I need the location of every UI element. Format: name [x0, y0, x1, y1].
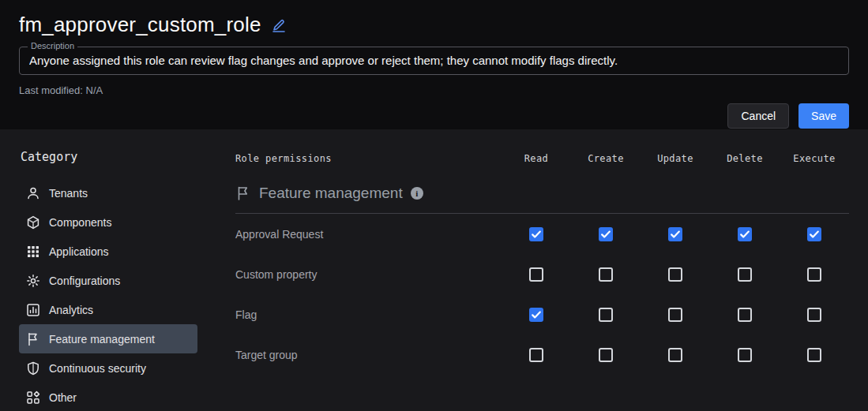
category-heading: Category — [21, 150, 197, 164]
section-title-row: Feature management i — [235, 185, 849, 202]
custom-property-read-checkbox[interactable] — [529, 267, 543, 282]
flag-icon — [26, 332, 40, 346]
flag-execute-checkbox[interactable] — [807, 308, 821, 322]
approval-request-create-checkbox[interactable] — [599, 227, 613, 241]
sidebar-item-feature-management[interactable]: Feature management — [19, 324, 197, 353]
permission-row-label: Flag — [235, 308, 502, 321]
column-header-delete: Delete — [710, 153, 780, 164]
flag-delete-checkbox[interactable] — [738, 308, 752, 322]
permission-cell — [710, 347, 780, 362]
permissions-header-row: Role permissions ReadCreateUpdateDeleteE… — [235, 153, 849, 164]
permission-cell — [502, 267, 571, 282]
column-header-update: Update — [641, 153, 710, 164]
gear-icon — [26, 274, 40, 288]
sidebar-item-other[interactable]: Other — [19, 383, 197, 411]
sidebar-item-label: Configurations — [49, 275, 120, 287]
permission-cell — [571, 347, 641, 362]
sidebar-item-label: Continuous security — [49, 362, 146, 375]
permission-cell — [571, 226, 641, 241]
category-list: TenantsComponentsApplicationsConfigurati… — [19, 178, 197, 411]
permission-cell — [780, 307, 849, 322]
permission-row-target-group: Target group — [235, 334, 849, 375]
permission-cell — [710, 307, 780, 322]
permission-cell — [641, 347, 710, 362]
person-icon — [26, 186, 40, 200]
target-group-create-checkbox[interactable] — [599, 348, 613, 362]
target-group-update-checkbox[interactable] — [668, 348, 682, 362]
cancel-button[interactable]: Cancel — [727, 103, 789, 129]
last-modified-text: Last modified: N/A — [19, 84, 849, 96]
flag-create-checkbox[interactable] — [599, 308, 613, 322]
permission-cell — [502, 226, 571, 241]
role-permissions-heading: Role permissions — [235, 153, 502, 164]
component-icon — [26, 215, 40, 230]
permission-row-flag: Flag — [235, 294, 849, 334]
custom-property-create-checkbox[interactable] — [599, 267, 613, 282]
custom-property-execute-checkbox[interactable] — [807, 267, 821, 282]
edit-pencil-icon[interactable] — [271, 18, 287, 34]
permission-cell — [502, 347, 571, 362]
save-button[interactable]: Save — [798, 103, 849, 129]
permission-cell — [710, 267, 780, 282]
permission-cell — [710, 226, 780, 241]
approval-request-delete-checkbox[interactable] — [738, 227, 752, 241]
target-group-read-checkbox[interactable] — [529, 348, 543, 362]
approval-request-execute-checkbox[interactable] — [807, 227, 821, 241]
permission-row-label: Custom property — [235, 268, 502, 281]
description-input[interactable] — [29, 54, 839, 67]
sidebar-item-label: Other — [49, 391, 77, 404]
permission-cell — [571, 267, 641, 282]
target-group-delete-checkbox[interactable] — [738, 348, 752, 362]
page-header: fm_approver_custom_role Description Last… — [0, 0, 868, 129]
page-title: fm_approver_custom_role — [19, 13, 261, 37]
sidebar-item-continuous-security[interactable]: Continuous security — [19, 353, 197, 383]
column-header-execute: Execute — [780, 153, 849, 164]
permission-cell — [571, 307, 641, 322]
target-group-execute-checkbox[interactable] — [807, 348, 821, 362]
column-header-read: Read — [502, 153, 571, 164]
permissions-table: Role permissions ReadCreateUpdateDeleteE… — [235, 142, 849, 411]
description-label: Description — [28, 41, 77, 50]
permission-row-approval-request: Approval Request — [235, 214, 849, 254]
permission-row-label: Approval Request — [235, 228, 502, 241]
permission-cell — [641, 267, 710, 282]
sidebar-item-label: Analytics — [49, 304, 93, 316]
approval-request-read-checkbox[interactable] — [529, 227, 543, 241]
permission-cell — [780, 267, 849, 282]
flag-icon — [235, 185, 251, 201]
flag-update-checkbox[interactable] — [668, 308, 682, 322]
category-sidebar: Category TenantsComponentsApplicationsCo… — [19, 142, 197, 411]
permission-cell — [641, 307, 710, 322]
sidebar-item-configurations[interactable]: Configurations — [19, 266, 197, 295]
approval-request-update-checkbox[interactable] — [668, 227, 682, 241]
info-icon[interactable]: i — [411, 187, 423, 200]
grid-icon — [26, 245, 40, 259]
description-field: Description — [19, 47, 849, 75]
custom-property-delete-checkbox[interactable] — [738, 267, 752, 282]
sidebar-item-label: Components — [49, 216, 111, 229]
permission-cell — [502, 307, 571, 322]
permission-cell — [780, 226, 849, 241]
permission-cell — [780, 347, 849, 362]
sidebar-item-tenants[interactable]: Tenants — [19, 178, 197, 207]
permission-cell — [641, 226, 710, 241]
sidebar-item-label: Applications — [49, 245, 109, 258]
sidebar-item-analytics[interactable]: Analytics — [19, 295, 197, 324]
permission-row-label: Target group — [235, 349, 502, 361]
sidebar-item-components[interactable]: Components — [19, 207, 197, 237]
main-content: Category TenantsComponentsApplicationsCo… — [0, 129, 868, 411]
shield-icon — [26, 361, 40, 376]
category-icon — [26, 390, 40, 405]
analytics-icon — [26, 303, 40, 317]
sidebar-item-applications[interactable]: Applications — [19, 237, 197, 266]
flag-read-checkbox[interactable] — [529, 308, 543, 322]
permission-rows: Approval RequestCustom propertyFlagTarge… — [235, 214, 849, 375]
permission-row-custom-property: Custom property — [235, 254, 849, 294]
sidebar-item-label: Feature management — [49, 333, 155, 346]
sidebar-item-label: Tenants — [49, 187, 88, 200]
custom-property-update-checkbox[interactable] — [668, 267, 682, 282]
section-title: Feature management — [259, 185, 403, 202]
column-header-create: Create — [571, 153, 641, 164]
